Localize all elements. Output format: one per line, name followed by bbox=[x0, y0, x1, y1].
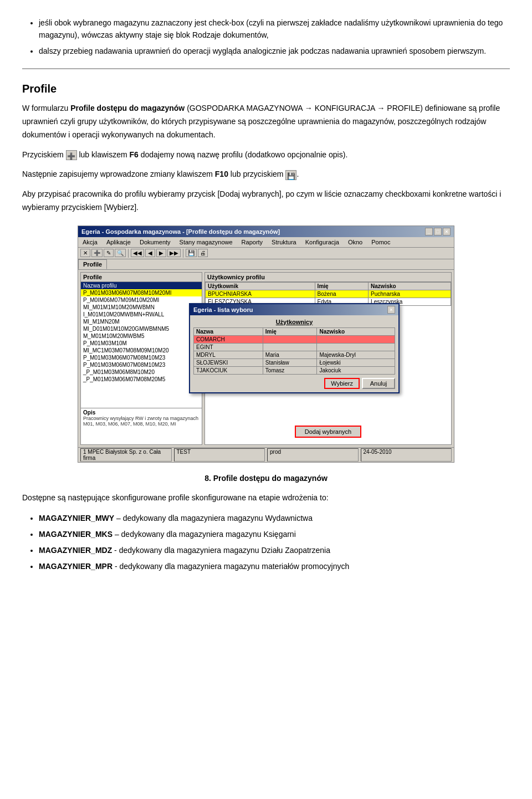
bullet-rest-4: - dedykowany dla magazyniera magazynu ma… bbox=[112, 562, 349, 571]
status-date: 24-05-2010 bbox=[361, 448, 452, 462]
dodaj-text: Aby przypisać pracownika do profilu wybi… bbox=[22, 188, 510, 214]
modal-col-imie: Imię bbox=[263, 327, 317, 335]
table-row[interactable]: EGINT bbox=[194, 343, 395, 351]
titlebar-buttons: _ □ × bbox=[425, 228, 451, 235]
tb-btn-3[interactable]: ✎ bbox=[104, 249, 114, 257]
menu-raporty[interactable]: Raporty bbox=[239, 238, 265, 246]
modal-col-nazwisko: Nazwisko bbox=[317, 327, 395, 335]
list-item[interactable]: MI_MC1M03M07M08M09M10M20 bbox=[81, 347, 202, 354]
statusbar: 1 MPEC Białystok Sp. z o. Cała firma TES… bbox=[78, 447, 454, 462]
close-button[interactable]: × bbox=[443, 228, 451, 235]
col-nazwisko: Nazwisko bbox=[369, 282, 451, 290]
window-titlebar: Egeria - Gospodarka magazynowa - [Profil… bbox=[78, 226, 454, 237]
list-item: MAGAZYNIER_MPR - dedykowany dla magazyni… bbox=[39, 560, 510, 573]
bullet-bold-1: MAGAZYNIER_MWY bbox=[39, 514, 114, 523]
table-row[interactable]: SŁOJEWSKI Stanisław Łojewski bbox=[194, 358, 395, 366]
right-panel-header: Użytkownicy profilu bbox=[205, 273, 451, 282]
tb-btn-7[interactable]: ▶ bbox=[156, 249, 166, 257]
list-item[interactable]: P_M01M03M06M07M08M10M23 bbox=[81, 361, 202, 368]
list-item[interactable]: P_M0IM06M07M09M10M20MI bbox=[81, 296, 202, 304]
menu-pomoc[interactable]: Pomoc bbox=[369, 238, 392, 246]
table-row[interactable]: TJAKOCIUK Tomasz Jakociuk bbox=[194, 366, 395, 374]
bullet-bold-3: MAGAZYNIER_MDZ bbox=[39, 546, 112, 555]
modal-body: Użytkownicy Nazwa Imię Nazwisko COMARCH bbox=[190, 315, 398, 392]
left-panel-subheader: Nazwa profilu bbox=[81, 282, 202, 289]
menu-dokumenty[interactable]: Dokumenty bbox=[137, 238, 173, 246]
window-title: Egeria - Gospodarka magazynowa - [Profil… bbox=[81, 228, 280, 235]
user-imie: Bożena bbox=[315, 290, 368, 298]
tb-btn-6[interactable]: ◀ bbox=[145, 249, 155, 257]
dodaj-wybranych-button[interactable]: Dodaj wybranych bbox=[295, 426, 361, 438]
bullet-bold-2: MAGAZYNIER_MKS bbox=[39, 530, 112, 539]
profile-list[interactable]: P_M01M03M06M07M08M10M20MI P_M0IM06M07M09… bbox=[81, 289, 202, 408]
main-panel-body: Profile Nazwa profilu P_M01M03M06M07M08M… bbox=[78, 270, 454, 447]
list-item[interactable]: P_M01M03M06M07M08M10M20MI bbox=[81, 289, 202, 296]
modal-col-nazwa: Nazwa bbox=[194, 327, 263, 335]
anuluj-button[interactable]: Anuluj bbox=[362, 378, 395, 389]
figure-caption: 8. Profile dostępu do magazynów bbox=[22, 474, 510, 483]
tb-btn-1[interactable]: ✕ bbox=[80, 249, 90, 257]
status-prod: prod bbox=[267, 448, 359, 462]
modal-row-nazwa: MDRYL bbox=[194, 351, 263, 358]
menu-stany[interactable]: Stany magazynowe bbox=[177, 238, 235, 246]
maximize-button[interactable]: □ bbox=[434, 228, 442, 235]
list-item[interactable]: _P_M01M03M06M8M10M20 bbox=[81, 368, 202, 376]
tb-btn-9[interactable]: 💾 bbox=[186, 249, 197, 257]
menu-struktura[interactable]: Struktura bbox=[269, 238, 299, 246]
list-item[interactable]: MI_M01M1M10M20MWBMN bbox=[81, 304, 202, 311]
menu-okno[interactable]: Okno bbox=[346, 238, 365, 246]
tab-header: Profile bbox=[78, 259, 454, 270]
tb-sep-2 bbox=[183, 249, 183, 258]
minimize-button[interactable]: _ bbox=[425, 228, 433, 235]
opis-label: Opis bbox=[83, 409, 200, 416]
intro-bullet-1: jeśli obok wybranego magazynu zaznaczony… bbox=[39, 17, 510, 42]
modal-row-nazwa: SŁOJEWSKI bbox=[194, 358, 263, 366]
table-row[interactable]: BPUCHNIARSKA Bożena Puchnarska bbox=[206, 290, 451, 298]
tb-btn-10[interactable]: 🖨 bbox=[198, 249, 208, 257]
modal-row-nazwisko: Majewska-Dryl bbox=[317, 351, 395, 358]
modal-row-nazwisko bbox=[317, 343, 395, 351]
modal-row-imie bbox=[263, 335, 317, 343]
menu-konfiguracja[interactable]: Konfiguracja bbox=[303, 238, 341, 246]
f10-text: Następnie zapisujemy wprowadzone zmiany … bbox=[22, 168, 510, 181]
menu-akcja[interactable]: Akcja bbox=[80, 238, 100, 246]
status-firm: 1 MPEC Białystok Sp. z o. Cała firma bbox=[80, 448, 172, 462]
modal-close-button[interactable]: × bbox=[387, 306, 395, 314]
user-nazwisko: Puchnarska bbox=[369, 290, 451, 298]
modal-row-nazwa: EGINT bbox=[194, 343, 263, 351]
modal-row-nazwa: TJAKOCIUK bbox=[194, 366, 263, 374]
menu-aplikacje[interactable]: Aplikacje bbox=[104, 238, 133, 246]
modal-row-nazwisko: Jakociuk bbox=[317, 366, 395, 374]
app-window: Egeria - Gospodarka magazynowa - [Profil… bbox=[78, 226, 454, 463]
list-item: MAGAZYNIER_MKS – dedykowany dla magazyni… bbox=[39, 527, 510, 541]
modal-row-nazwisko: Łojewski bbox=[317, 358, 395, 366]
tb-btn-4[interactable]: 🔍 bbox=[115, 249, 126, 257]
list-item[interactable]: MI_M1MN20M bbox=[81, 318, 202, 325]
modal-titlebar: Egeria - lista wyboru × bbox=[190, 304, 398, 315]
tb-btn-5[interactable]: ◀◀ bbox=[131, 249, 144, 257]
modal-row-imie: Maria bbox=[263, 351, 317, 358]
table-row[interactable]: COMARCH bbox=[194, 335, 395, 343]
list-item[interactable]: MI_D01M01M10M20GMWBMNM5 bbox=[81, 325, 202, 332]
list-item[interactable]: P_M01M03M06M07M08M10M23 bbox=[81, 354, 202, 361]
list-item: MAGAZYNIER_MWY – dedykowany dla magazyni… bbox=[39, 511, 510, 525]
list-item[interactable]: _P_M01M03M06M07M08M20M5 bbox=[81, 376, 202, 383]
bullet-rest-3: - dedykowany dla magazyniera magazynu Dz… bbox=[112, 546, 330, 555]
wybierz-button[interactable]: Wybierz bbox=[324, 378, 360, 389]
list-item[interactable]: I_M01M10M20MWBMN+RWALL bbox=[81, 311, 202, 318]
bottom-intro: Dostępne są następujące skonfigurowane p… bbox=[22, 491, 510, 505]
modal-row-imie bbox=[263, 343, 317, 351]
tab-profile[interactable]: Profile bbox=[78, 259, 107, 269]
modal-section-title: Użytkownicy bbox=[193, 319, 395, 325]
menu-bar: Akcja Aplikacje Dokumenty Stany magazyno… bbox=[78, 237, 454, 248]
col-uzytkownik: Użytkownik bbox=[206, 282, 315, 290]
modal-title: Egeria - lista wyboru bbox=[193, 306, 253, 313]
tb-btn-2[interactable]: ➕ bbox=[91, 249, 103, 257]
list-item[interactable]: M_M01M10M20MWBM5 bbox=[81, 332, 202, 340]
tb-btn-8[interactable]: ▶▶ bbox=[167, 249, 181, 257]
intro-list: jeśli obok wybranego magazynu zaznaczony… bbox=[39, 17, 510, 57]
users-table: Użytkownik Imię Nazwisko BPUCHNIARSKA Bo… bbox=[205, 282, 451, 306]
list-item[interactable]: P_M01M03M10M bbox=[81, 340, 202, 347]
section-body-text: W formularzu Profile dostępu do magazynó… bbox=[22, 102, 510, 141]
table-row[interactable]: MDRYL Maria Majewska-Dryl bbox=[194, 351, 395, 358]
